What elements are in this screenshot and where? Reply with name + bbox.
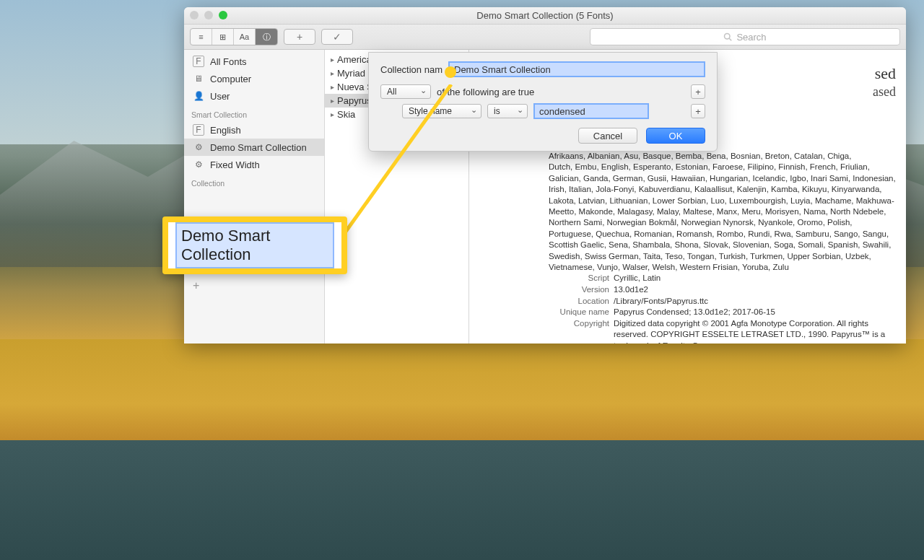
- computer-icon: 🖥: [193, 73, 204, 84]
- sidebar-group-collection: Collection: [184, 173, 324, 190]
- add-subrule-button[interactable]: +: [691, 104, 705, 118]
- rule-operator-select[interactable]: is: [487, 104, 528, 118]
- disclosure-icon: ▸: [331, 69, 334, 77]
- rule-field-select[interactable]: Style name: [402, 104, 481, 118]
- callout-box: Demo Smart Collection: [162, 216, 347, 274]
- callout-text: Demo Smart Collection: [175, 222, 334, 268]
- add-button[interactable]: +: [284, 29, 315, 45]
- user-icon: 👤: [193, 90, 204, 102]
- gear-icon: ⚙: [193, 159, 204, 170]
- disclosure-icon: ▸: [331, 110, 334, 118]
- collection-name-label: Collection nam: [380, 64, 443, 75]
- callout-dot: [445, 66, 456, 78]
- collection-name-input[interactable]: [448, 61, 705, 77]
- minimize-button[interactable]: [204, 11, 213, 19]
- window-title: Demo Smart Collection (5 Fonts): [476, 10, 613, 21]
- sidebar-item-user[interactable]: 👤User: [184, 87, 324, 105]
- view-mode-segment: ≡ ⊞ Aa ⓘ: [190, 28, 278, 45]
- cancel-button[interactable]: Cancel: [578, 128, 637, 144]
- sidebar: FAll Fonts 🖥Computer 👤User Smart Collect…: [184, 50, 325, 344]
- toolbar: ≡ ⊞ Aa ⓘ + ✓ Search: [184, 25, 906, 50]
- view-grid-button[interactable]: ⊞: [212, 29, 234, 45]
- smart-collection-sheet: Collection nam All of the following are …: [368, 52, 718, 152]
- preview-style-2: ased: [873, 84, 896, 100]
- font-icon: F: [193, 56, 204, 67]
- titlebar[interactable]: Demo Smart Collection (5 Fonts): [184, 7, 906, 25]
- search-placeholder: Search: [736, 32, 766, 43]
- language-list: Dutch, Embu, English, Esperanto, Estonia…: [549, 162, 897, 273]
- sidebar-group-smart: Smart Collection: [184, 105, 324, 121]
- sidebar-add-button[interactable]: +: [184, 275, 324, 297]
- close-button[interactable]: [190, 11, 199, 19]
- svg-line-1: [730, 38, 732, 40]
- search-field[interactable]: Search: [590, 28, 900, 45]
- font-icon: F: [193, 124, 204, 136]
- view-sample-button[interactable]: Aa: [234, 29, 256, 45]
- ok-button[interactable]: OK: [646, 128, 705, 144]
- add-rule-button[interactable]: +: [691, 84, 705, 99]
- sidebar-item-fixed-width[interactable]: ⚙Fixed Width: [184, 156, 324, 173]
- disclosure-icon: ▸: [331, 83, 334, 91]
- gear-icon: ⚙: [193, 141, 204, 153]
- validate-button[interactable]: ✓: [321, 29, 353, 45]
- match-any-all-select[interactable]: All: [380, 84, 431, 99]
- preview-style-1: sed: [875, 64, 896, 83]
- match-suffix-label: of the following are true: [437, 87, 534, 97]
- disclosure-icon: ▸: [331, 56, 334, 64]
- disclosure-icon: ▸: [331, 97, 334, 105]
- sidebar-item-english[interactable]: FEnglish: [184, 121, 324, 139]
- search-icon: [723, 32, 732, 41]
- sidebar-item-computer[interactable]: 🖥Computer: [184, 70, 324, 87]
- svg-point-0: [725, 34, 731, 40]
- language-list-prefix: Afrikaans, Albanian, Asu, Basque, Bemba,…: [549, 151, 897, 162]
- view-info-button[interactable]: ⓘ: [256, 29, 277, 45]
- sidebar-item-demo-smart[interactable]: ⚙Demo Smart Collection: [184, 139, 324, 156]
- zoom-button[interactable]: [219, 11, 227, 19]
- view-list-button[interactable]: ≡: [191, 29, 212, 45]
- sidebar-item-all-fonts[interactable]: FAll Fonts: [184, 53, 324, 70]
- rule-value-input[interactable]: [533, 103, 649, 119]
